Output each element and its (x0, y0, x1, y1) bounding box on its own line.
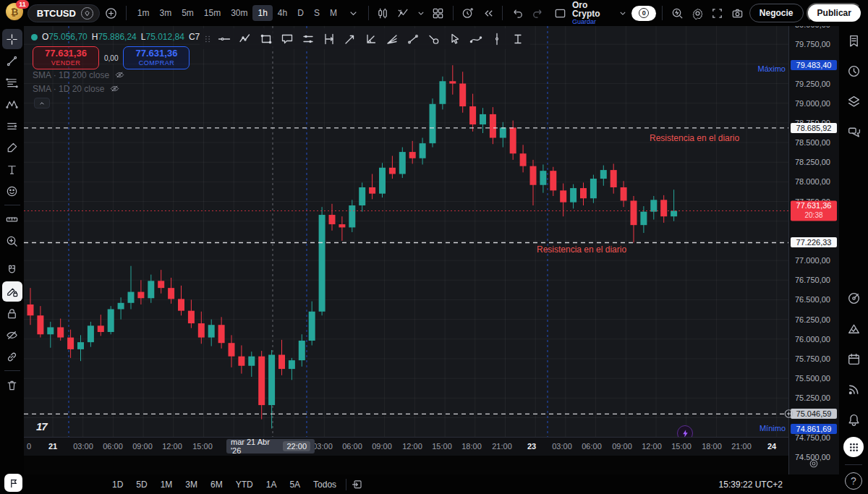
tool-position-icon[interactable] (2, 116, 22, 136)
range-Todos[interactable]: Todos (308, 477, 341, 492)
tool-drawlock-icon[interactable] (2, 281, 22, 302)
quick-search-button[interactable] (668, 4, 686, 22)
range-6M[interactable]: 6M (205, 477, 228, 492)
time-axis[interactable]: 02103:0006:0009:0012:0015:0003:0006:0009… (24, 437, 788, 456)
tool-emoji-icon[interactable] (2, 181, 22, 201)
indicator-row[interactable]: SMA · 1D 200 close (33, 69, 125, 80)
compare-add-button[interactable] (103, 4, 120, 22)
draw-vline-icon[interactable] (487, 30, 506, 48)
draw-polyline-icon[interactable] (235, 30, 255, 48)
range-3M[interactable]: 3M (180, 477, 203, 492)
draw-hline-icon[interactable] (214, 30, 234, 48)
resistance-label-2[interactable]: 77.226,33 (791, 237, 837, 247)
help-button[interactable]: ? (845, 472, 862, 490)
timeframe-D[interactable]: D (292, 5, 309, 21)
range-1M[interactable]: 1M (156, 477, 178, 492)
draw-pricerange-icon[interactable] (508, 30, 527, 48)
timeframe-chevron-icon[interactable] (345, 4, 362, 22)
draw-fan-icon[interactable] (382, 30, 401, 48)
draw-callout-icon[interactable] (277, 30, 297, 48)
indicator-row[interactable]: SMA · 1D 20 close (33, 83, 120, 94)
timeframe-1m[interactable]: 1m (132, 5, 155, 21)
draw-parallel-icon[interactable] (298, 30, 318, 48)
sidebar-layers-icon[interactable] (843, 91, 864, 111)
sidebar-calendar-icon[interactable] (843, 349, 864, 369)
account-coin-button[interactable]: ₿ 11 (6, 3, 25, 23)
sidebar-target-icon[interactable] (843, 288, 864, 308)
layout-grid-button[interactable] (430, 4, 447, 22)
settings-button[interactable] (689, 4, 706, 22)
snapshot-button[interactable] (729, 4, 746, 22)
sidebar-alertclock-icon[interactable] (843, 61, 864, 81)
indicators-chevron-icon[interactable] (415, 4, 427, 22)
low-label[interactable]: 74.861,69 (791, 424, 837, 434)
ohlc-legend[interactable]: O75.056,70 H75.886,24 L75.012,84 C7 (31, 32, 200, 42)
tool-trendline-icon[interactable] (2, 51, 22, 71)
draw-arrowt-icon[interactable] (340, 30, 359, 48)
draw-angle-icon[interactable] (361, 30, 380, 48)
redo-button[interactable] (529, 4, 546, 22)
goto-date-button[interactable] (351, 478, 363, 490)
price-axis[interactable]: 80.000,0079.750,0079.250,0079.000,0078.7… (788, 26, 839, 474)
draw-cursor-icon[interactable] (445, 30, 464, 48)
draw-curve-icon[interactable] (466, 30, 485, 48)
tradingview-logo[interactable]: 17 (36, 420, 47, 433)
buy-button[interactable]: 77.631,36 COMPRAR (123, 46, 190, 69)
timeframe-3m[interactable]: 3m (154, 5, 176, 21)
timeframe-5m[interactable]: 5m (176, 5, 199, 21)
tool-eyecross-icon[interactable] (2, 325, 22, 345)
high-label[interactable]: 79.483,40 (791, 60, 837, 70)
sidebar-bell-icon[interactable] (843, 409, 864, 430)
flag-button[interactable] (4, 474, 22, 492)
hover-price-label[interactable]: 75.046,59 (791, 409, 837, 419)
draw-circleline-icon[interactable] (424, 30, 443, 48)
session-clock[interactable]: 15:39:22 UTC+2 (719, 480, 783, 490)
text-annotation[interactable]: Resistencia en el diario (537, 244, 626, 255)
current-price-label[interactable]: 77.631,3620:38 (791, 201, 837, 221)
text-annotation[interactable]: Resistencia en el diario (650, 133, 739, 143)
eye-off-icon[interactable] (114, 69, 125, 80)
replay-button[interactable] (479, 4, 496, 22)
range-5D[interactable]: 5D (131, 477, 152, 492)
timeframe-M[interactable]: M (325, 5, 342, 21)
tool-trash-icon[interactable] (2, 375, 22, 395)
range-1A[interactable]: 1A (261, 477, 282, 492)
tool-link-icon[interactable] (2, 346, 22, 367)
symbol-search-button[interactable]: BTCUSD (27, 4, 100, 22)
layout-chevron-icon[interactable] (617, 4, 629, 22)
tool-fib-icon[interactable] (2, 72, 22, 93)
range-5A[interactable]: 5A (284, 477, 305, 492)
timeframe-1h[interactable]: 1h (252, 5, 272, 21)
indicators-button[interactable] (395, 4, 412, 22)
draw-daterange-icon[interactable] (319, 30, 339, 48)
sidebar-chat-icon[interactable] (843, 122, 864, 142)
drag-handle-icon[interactable] (203, 30, 213, 48)
publish-button[interactable]: Publicar (807, 3, 862, 23)
range-1D[interactable]: 1D (107, 477, 128, 492)
tool-text-icon[interactable] (2, 159, 22, 179)
chart-type-button[interactable] (375, 4, 392, 22)
range-YTD[interactable]: YTD (231, 477, 258, 492)
layout-menu[interactable]: Oro Crypto Guardar (572, 1, 614, 26)
draw-rect-icon[interactable] (256, 30, 276, 48)
tool-zoomin-icon[interactable] (2, 231, 22, 251)
timeframe-30m[interactable]: 30m (226, 5, 252, 21)
tool-pattern-icon[interactable] (2, 94, 22, 114)
add-alert-plus-icon[interactable] (783, 409, 794, 420)
timeframe-S[interactable]: S (309, 5, 325, 21)
cloud-count-pill[interactable]: 0 (631, 6, 656, 21)
timeframe-4h[interactable]: 4h (273, 5, 292, 21)
window-icon[interactable] (552, 4, 569, 22)
trade-button[interactable]: Negocie (749, 4, 804, 22)
resistance-label-1[interactable]: 78.685,92 (791, 123, 837, 133)
collapse-legend-button[interactable] (34, 98, 50, 108)
sidebar-ideas-icon[interactable] (843, 318, 864, 338)
apps-menu-button[interactable] (843, 437, 864, 457)
undo-button[interactable] (509, 4, 526, 22)
sidebar-watchlist-icon[interactable] (843, 30, 864, 51)
chart-pane[interactable]: O75.056,70 H75.886,24 L75.012,84 C7 77.6… (24, 26, 788, 456)
tool-magnet-icon[interactable] (2, 260, 22, 280)
save-label[interactable]: Guardar (572, 19, 596, 25)
sell-button[interactable]: 77.631,36 VENDER (33, 46, 99, 69)
draw-segment-icon[interactable] (403, 30, 422, 48)
